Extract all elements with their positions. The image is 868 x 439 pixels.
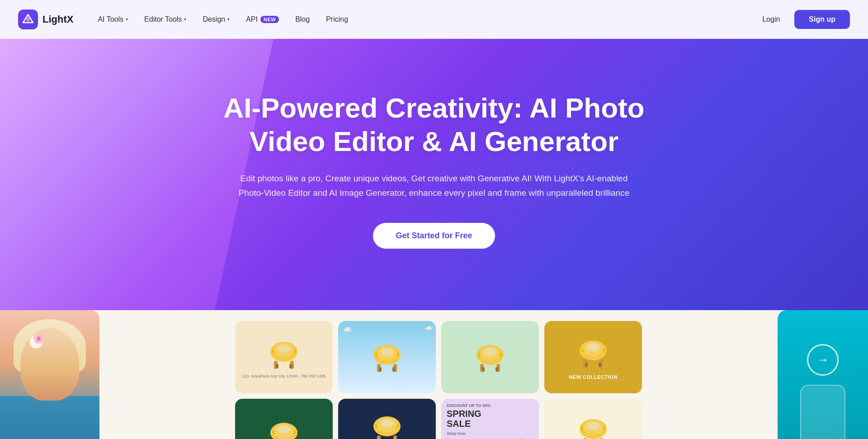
chair-icon-1 bbox=[266, 336, 302, 372]
login-button[interactable]: Login bbox=[755, 12, 787, 27]
hero-content: AI-Powered Creativity: AI Photo Video Ed… bbox=[185, 91, 683, 249]
right-card-content: → bbox=[800, 344, 845, 439]
svg-rect-15 bbox=[379, 367, 382, 372]
furniture-card-3 bbox=[441, 321, 539, 393]
logo-area[interactable]: LightX bbox=[18, 9, 73, 29]
svg-rect-31 bbox=[585, 363, 588, 367]
chair-icon-2 bbox=[369, 339, 405, 375]
brand-name: LightX bbox=[42, 14, 73, 25]
pricing-label: Pricing bbox=[326, 15, 348, 24]
nav-auth: Login Sign up bbox=[755, 10, 850, 29]
portrait-head-decor bbox=[20, 328, 79, 401]
editor-tools-label: Editor Tools bbox=[144, 15, 182, 24]
nav-item-pricing[interactable]: Pricing bbox=[320, 12, 354, 27]
spring-sale-title: SPRINGSALE bbox=[447, 409, 533, 429]
cta-button[interactable]: Get Started for Free bbox=[373, 223, 495, 249]
chair-icon-4 bbox=[575, 335, 611, 371]
svg-rect-7 bbox=[276, 364, 278, 368]
svg-rect-8 bbox=[289, 364, 292, 368]
spring-discount-label: DISCOUNT UP TO 50% bbox=[447, 403, 533, 408]
arrow-icon: → bbox=[807, 344, 839, 376]
logo-icon bbox=[18, 9, 38, 29]
svg-rect-45 bbox=[377, 435, 381, 439]
editor-tools-chevron-icon: ▾ bbox=[184, 17, 186, 22]
svg-rect-23 bbox=[482, 367, 485, 372]
furniture-card-8: Premium bbox=[544, 399, 642, 439]
chair-icon-6 bbox=[369, 411, 405, 439]
chair-icon-3 bbox=[472, 339, 508, 375]
svg-point-10 bbox=[278, 345, 290, 353]
signup-button[interactable]: Sign up bbox=[794, 10, 850, 29]
navbar: LightX AI Tools ▾ Editor Tools ▾ Design … bbox=[0, 0, 868, 39]
hero-subtitle: Edit photos like a pro, Create unique vi… bbox=[235, 171, 633, 201]
svg-point-42 bbox=[278, 425, 290, 434]
svg-point-34 bbox=[587, 343, 599, 351]
svg-rect-32 bbox=[599, 363, 601, 367]
nav-items: AI Tools ▾ Editor Tools ▾ Design ▾ API N… bbox=[91, 12, 755, 27]
card-1-address: 123, Anywhere Any City 12345 · 789 250 1… bbox=[242, 374, 326, 378]
hero-title: AI-Powered Creativity: AI Photo Video Ed… bbox=[185, 91, 683, 159]
api-label: API bbox=[246, 15, 258, 24]
portrait-card: 🌸 bbox=[0, 310, 99, 439]
hero-section: AI-Powered Creativity: AI Photo Video Ed… bbox=[0, 39, 868, 310]
svg-point-50 bbox=[381, 419, 393, 427]
spring-chair bbox=[503, 433, 539, 439]
svg-rect-16 bbox=[392, 367, 395, 372]
new-collection-label: NEW COLLECTION bbox=[569, 374, 617, 380]
cloud-decor-2: ☁️ bbox=[425, 325, 432, 332]
nav-item-blog[interactable]: Blog bbox=[289, 12, 316, 27]
nav-item-api[interactable]: API NEW bbox=[240, 12, 285, 27]
svg-rect-46 bbox=[393, 435, 397, 439]
furniture-grid: 123, Anywhere Any City 12345 · 789 250 1… bbox=[235, 321, 642, 439]
svg-rect-24 bbox=[495, 367, 498, 372]
svg-point-64 bbox=[587, 422, 599, 430]
furniture-card-6: www.example.com bbox=[338, 399, 436, 439]
cloud-decor: ☁️ bbox=[343, 326, 352, 334]
portrait-photo: 🌸 bbox=[0, 310, 99, 439]
furniture-card-1: 123, Anywhere Any City 12345 · 789 250 1… bbox=[235, 321, 333, 393]
images-section: 🌸 123, Anywhere Any City 12345 · 789 250… bbox=[0, 310, 868, 439]
nav-item-ai-tools[interactable]: AI Tools ▾ bbox=[91, 12, 134, 27]
chair-icon-8 bbox=[575, 413, 611, 439]
svg-point-18 bbox=[381, 348, 393, 356]
new-badge: NEW bbox=[260, 16, 279, 23]
design-label: Design bbox=[203, 15, 225, 24]
nav-item-editor-tools[interactable]: Editor Tools ▾ bbox=[138, 12, 193, 27]
furniture-card-7: DISCOUNT UP TO 50% SPRINGSALE Shop Now B… bbox=[441, 399, 539, 439]
furniture-showcase: 123, Anywhere Any City 12345 · 789 250 1… bbox=[99, 310, 778, 439]
nav-item-design[interactable]: Design ▾ bbox=[196, 12, 236, 27]
ai-tools-chevron-icon: ▾ bbox=[126, 17, 128, 22]
spring-sale-content: DISCOUNT UP TO 50% SPRINGSALE Shop Now bbox=[447, 403, 533, 436]
blog-label: Blog bbox=[295, 15, 310, 24]
svg-point-26 bbox=[484, 348, 496, 356]
furniture-card-2: ☁️ ☁️ bbox=[338, 321, 436, 393]
ai-tools-label: AI Tools bbox=[98, 15, 123, 24]
design-chevron-icon: ▾ bbox=[227, 17, 230, 22]
furniture-card-5: 🌿 LIMITED EDITION bbox=[235, 399, 333, 439]
chair-icon-5 bbox=[266, 417, 302, 439]
furniture-card-4: NEW COLLECTION bbox=[544, 321, 642, 393]
phone-mockup bbox=[800, 385, 845, 439]
right-teal-card[interactable]: → bbox=[778, 310, 868, 439]
